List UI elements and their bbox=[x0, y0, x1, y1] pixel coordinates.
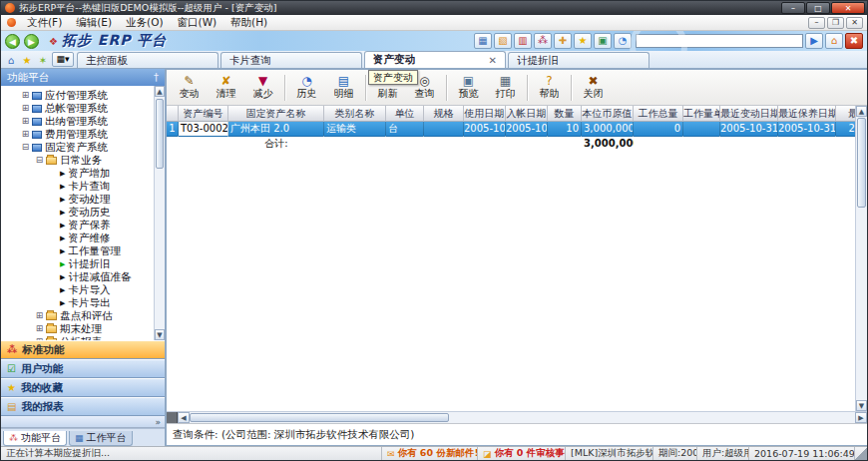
table-cell[interactable]: 台 bbox=[386, 122, 424, 137]
tree-item[interactable]: ▶资产维修 bbox=[3, 231, 165, 244]
preview-button[interactable]: ▣预览 bbox=[450, 72, 487, 104]
scroll-left-icon[interactable]: ◀ bbox=[178, 412, 190, 423]
table-cell[interactable]: 2005-10-31 bbox=[778, 122, 836, 137]
monitor-icon[interactable]: ▣ bbox=[594, 33, 612, 49]
column-header[interactable]: 工作总量 bbox=[634, 106, 683, 122]
expand-toggle-icon[interactable]: ⊟ bbox=[21, 143, 30, 152]
run-icon[interactable]: ▶ bbox=[805, 33, 823, 49]
table-cell[interactable]: 2005-10-31 bbox=[720, 122, 778, 137]
table-cell[interactable]: 10 bbox=[548, 122, 582, 137]
tab-card-query[interactable]: 卡片查询 bbox=[220, 52, 362, 68]
table-cell[interactable] bbox=[424, 122, 464, 137]
expand-toggle-icon[interactable]: ⊞ bbox=[21, 104, 30, 113]
tab-main-panel[interactable]: 主控面板 bbox=[77, 52, 218, 68]
tree-item[interactable]: ⊟固定资产系统 bbox=[3, 141, 165, 154]
tab-list-dropdown[interactable]: ▦▾ bbox=[52, 52, 74, 67]
column-header[interactable]: 最近维 bbox=[836, 106, 855, 122]
menu-item[interactable]: 帮助(H) bbox=[223, 15, 274, 30]
maximize-button[interactable]: □ bbox=[806, 2, 830, 14]
sidebar-tab-function-platform[interactable]: ⁂功能平台 bbox=[3, 431, 67, 446]
expand-toggle-icon[interactable]: ⊞ bbox=[35, 311, 44, 320]
panel-my-favorites[interactable]: ★我的收藏 bbox=[1, 378, 165, 397]
tab-depreciation[interactable]: 计提折旧 bbox=[508, 52, 650, 68]
tree-scroll-thumb[interactable] bbox=[156, 99, 164, 169]
close-button[interactable]: ✖关闭 bbox=[575, 72, 612, 104]
panel-my-reports[interactable]: ▤我的报表 bbox=[1, 397, 165, 416]
star-icon[interactable]: ★ bbox=[574, 33, 592, 49]
menu-item[interactable]: 编辑(E) bbox=[69, 15, 119, 30]
expand-toggle-icon[interactable]: ⊞ bbox=[21, 117, 30, 126]
tree-item[interactable]: ⊞应付管理系统 bbox=[3, 89, 165, 102]
table-cell[interactable]: 2005-10-31 bbox=[506, 122, 548, 137]
scroll-down-icon[interactable]: ▼ bbox=[856, 400, 867, 411]
scroll-up-icon[interactable]: ▲ bbox=[155, 86, 165, 97]
column-header[interactable]: 单位 bbox=[386, 106, 424, 122]
scroll-up-icon[interactable]: ▲ bbox=[856, 106, 867, 117]
tree-item[interactable]: ▶工作量管理 bbox=[3, 244, 165, 257]
minimize-button[interactable]: – bbox=[781, 2, 805, 14]
mdi-close-button[interactable]: ✕ bbox=[846, 17, 863, 29]
table-row[interactable]: 1T03-0002广州本田 2.0运输类台2005-10-312005-10-3… bbox=[167, 122, 855, 137]
tab-asset-change[interactable]: 资产变动✕ bbox=[364, 51, 506, 68]
column-header[interactable]: 工作量单位 bbox=[683, 106, 720, 122]
close-button[interactable]: ✕ bbox=[831, 2, 865, 14]
expand-toggle-icon[interactable]: ⊟ bbox=[35, 156, 44, 165]
expand-toggle-icon[interactable]: ⊞ bbox=[35, 324, 44, 333]
table-cell[interactable]: 广州本田 2.0 bbox=[228, 122, 324, 137]
panel-overflow-strip[interactable]: » bbox=[1, 416, 165, 428]
print-button[interactable]: ▦打印 bbox=[487, 72, 524, 104]
column-header[interactable]: 数量 bbox=[548, 106, 582, 122]
folder-add-icon[interactable]: ✚ bbox=[554, 33, 572, 49]
menu-item[interactable]: 文件(F) bbox=[20, 15, 69, 30]
tree-item[interactable]: ⊞分析报表 bbox=[3, 335, 165, 340]
tree-item[interactable]: ▶资产保养 bbox=[3, 219, 165, 231]
tree-item[interactable]: ▶变动历史 bbox=[3, 206, 165, 219]
home-tab-icon[interactable]: ⌂ bbox=[3, 53, 19, 68]
tree-item[interactable]: ▶卡片导出 bbox=[3, 296, 165, 309]
mdi-restore-button[interactable]: ❐ bbox=[827, 17, 844, 29]
mail-alert[interactable]: ✉ 你有 60 份新邮件! bbox=[382, 447, 478, 460]
table-cell[interactable]: 运输类 bbox=[324, 122, 386, 137]
audit-alert[interactable]: ◪ 你有 0 件审核事务! bbox=[478, 447, 566, 460]
add-favorite-icon[interactable]: ✶ bbox=[35, 53, 51, 68]
book-icon[interactable]: ▥ bbox=[514, 33, 532, 49]
table-cell[interactable]: 2005- bbox=[836, 122, 855, 137]
help-button[interactable]: ?帮助 bbox=[531, 72, 568, 104]
panels-icon[interactable]: ▦ bbox=[474, 33, 492, 49]
tree-item[interactable]: ▶计提减值准备 bbox=[3, 270, 165, 283]
table-cell[interactable]: 3,000,000. bbox=[582, 122, 634, 137]
sidebar-tab-work-platform[interactable]: ▦工作平台 bbox=[69, 431, 133, 446]
tree-item[interactable]: ▶变动处理 bbox=[3, 193, 165, 206]
column-header[interactable]: 最近变动日期 bbox=[720, 106, 778, 122]
panel-standard-functions[interactable]: ⁂标准功能 bbox=[1, 340, 165, 359]
column-header[interactable]: 使用日期 bbox=[464, 106, 506, 122]
change-button[interactable]: ✎变动 bbox=[171, 72, 208, 104]
folder-icon[interactable]: ▧ bbox=[494, 33, 512, 49]
close-tab-icon[interactable]: ✕ bbox=[485, 55, 497, 66]
org-chart-icon[interactable]: ⁂ bbox=[534, 33, 552, 49]
tree-item[interactable]: ⊞盘点和评估 bbox=[3, 309, 165, 322]
tree-item[interactable]: ⊞费用管理系统 bbox=[3, 128, 165, 141]
home-icon[interactable]: ⌂ bbox=[825, 33, 843, 49]
expand-toggle-icon[interactable]: ⊞ bbox=[35, 337, 44, 340]
reduce-button[interactable]: ▼减少 bbox=[244, 72, 281, 104]
tree-item[interactable]: ⊟日常业务 bbox=[3, 154, 165, 167]
column-header[interactable]: 规格 bbox=[424, 106, 464, 122]
menu-item[interactable]: 业务(O) bbox=[119, 15, 170, 30]
scroll-right-icon[interactable]: ▶ bbox=[855, 412, 867, 423]
splitter-box[interactable] bbox=[167, 412, 178, 423]
tree-item[interactable]: ⊞期末处理 bbox=[3, 322, 165, 335]
back-button[interactable]: ◀ bbox=[5, 34, 20, 49]
forward-button[interactable]: ▶ bbox=[24, 34, 39, 49]
column-header[interactable]: 本位币原值 bbox=[582, 106, 634, 122]
chevron-icon[interactable]: » bbox=[155, 417, 161, 427]
table-cell[interactable]: T03-0002 bbox=[179, 122, 228, 137]
tree-scrollbar[interactable]: ▲ ▼ bbox=[154, 86, 165, 340]
table-cell[interactable]: 0 bbox=[634, 122, 683, 137]
hscroll-thumb[interactable] bbox=[190, 413, 449, 422]
tree-item[interactable]: ⊞出纳管理系统 bbox=[3, 115, 165, 128]
column-header[interactable]: 类别名称 bbox=[324, 106, 386, 122]
tree-item[interactable]: ▶卡片查询 bbox=[3, 180, 165, 193]
table-horizontal-scrollbar[interactable]: ◀ ▶ bbox=[167, 411, 867, 423]
expand-toggle-icon[interactable]: ⊞ bbox=[21, 91, 30, 100]
